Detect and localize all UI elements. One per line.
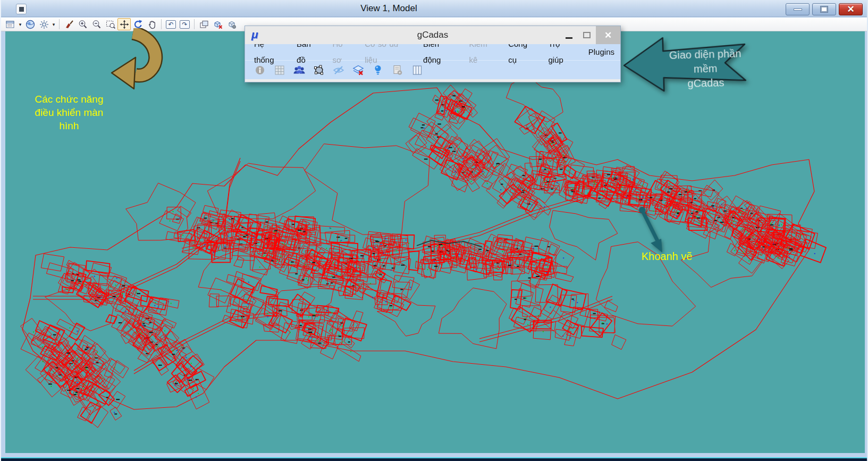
document-settings-icon [391, 64, 404, 77]
maximize-button[interactable] [812, 3, 836, 15]
toolbar-separator [59, 19, 60, 29]
users-icon[interactable] [293, 64, 306, 77]
info-icon [254, 64, 266, 77]
table-icon[interactable] [411, 64, 424, 77]
clip-mask-icon[interactable] [225, 18, 238, 30]
view-next-icon[interactable]: ↷ [178, 18, 191, 30]
minimize-button[interactable] [786, 3, 810, 15]
view-window: View 1, Model ✕ ▾ ▾ [0, 0, 868, 461]
dialog-close-button[interactable]: ✕ [596, 26, 620, 44]
grid-icon [273, 64, 286, 77]
banner-text: Giao diện phần mềm gCadas [663, 46, 748, 91]
copy-view-icon[interactable] [197, 18, 210, 30]
window-title: View 1, Model [1, 0, 777, 17]
gcadas-dialog: μ gCadas ✕ Hệ thống Bản đồ Hồ sơ Cơ sở d… [245, 26, 621, 82]
gcadas-menubar: Hệ thống Bản đồ Hồ sơ Cơ sở dữ liệu Biến… [245, 44, 620, 60]
menu-plugins[interactable]: Plugins [583, 44, 620, 60]
delete-layer-icon[interactable] [352, 64, 365, 77]
brightness-dropdown[interactable]: ▾ [51, 22, 56, 27]
desktop-edge-strip [1, 457, 867, 461]
close-button[interactable]: ✕ [839, 3, 863, 15]
parcel-polygon-icon[interactable] [313, 64, 325, 77]
zoom-out-icon[interactable] [90, 18, 103, 30]
view-attributes-dropdown[interactable]: ▾ [18, 22, 23, 27]
gcadas-titlebar[interactable]: μ gCadas ✕ [245, 26, 620, 44]
dialog-maximize-button[interactable] [578, 26, 596, 44]
location-pin-icon[interactable] [372, 64, 384, 77]
dialog-footer [245, 79, 620, 82]
update-view-icon[interactable] [62, 18, 75, 30]
brightness-icon[interactable] [37, 18, 50, 30]
display-style-icon[interactable] [23, 18, 37, 30]
view-attributes-icon[interactable] [4, 18, 17, 30]
titlebar: View 1, Model ✕ [1, 0, 867, 17]
curved-arrow-shape [105, 28, 168, 105]
annotation-khoanh-ve: Khoanh vẽ [642, 250, 693, 263]
toolbar-separator [194, 19, 195, 29]
hide-eye-icon [332, 64, 345, 77]
clip-volume-icon[interactable] [211, 18, 224, 30]
zoom-in-icon[interactable] [76, 18, 89, 30]
dialog-minimize-button[interactable] [560, 26, 578, 44]
gcadas-banner-arrow: Giao diện phần mềm gCadas [621, 31, 753, 96]
